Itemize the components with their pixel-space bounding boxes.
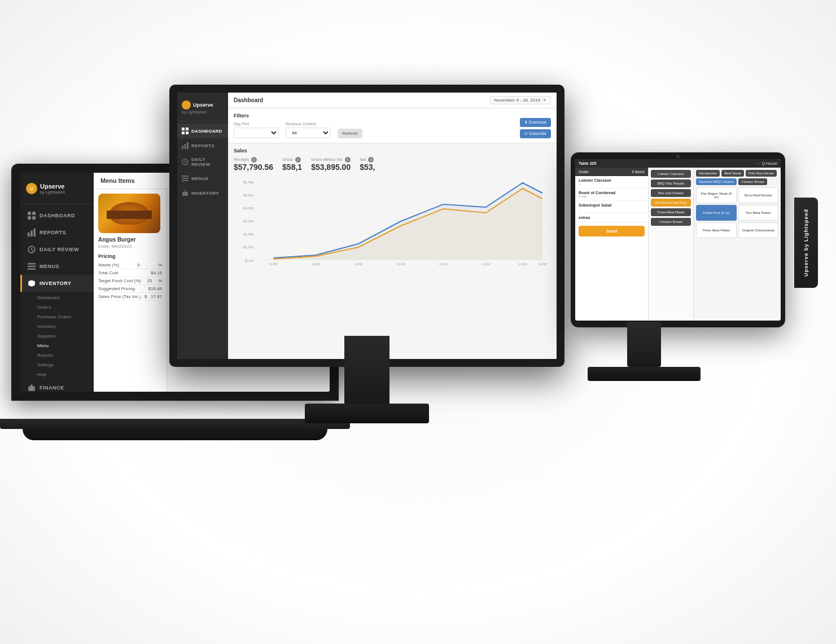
revenue-center-select[interactable]: All	[286, 128, 331, 138]
revenue-center-filter: Revenue Centers All	[286, 122, 331, 138]
laptop-nav-menus[interactable]: MENUS	[20, 258, 94, 275]
monitor-nav-daily-review[interactable]: DAILY REVIEW	[177, 153, 228, 171]
svg-rect-20	[182, 176, 189, 177]
menu-tabs: Sandwiches Beef Steak Pork Rice Dinner S…	[696, 170, 778, 185]
laptop-sub-help[interactable]: Help	[37, 370, 94, 379]
pricing-sales: Sales Price (Tax Inc.) $ 17.97	[98, 293, 162, 301]
laptop-sub-menu[interactable]: Menu	[37, 341, 94, 351]
tab-pork[interactable]: Pork Rice Dinner	[746, 170, 777, 177]
tablet-content: Table 205 ⋯ Q House Order 3 Items	[575, 159, 781, 321]
monitor-nav-dashboard[interactable]: DASHBOARD	[177, 124, 228, 138]
download-button[interactable]: ⬇ Download	[520, 118, 551, 127]
filter-row: Day Part Revenue Centers All Refresh	[234, 122, 362, 138]
order-item-1[interactable]: Lobster Classave ...	[575, 176, 648, 189]
pricing-suggested: Suggested Pricing $16.46	[98, 285, 162, 293]
category-mac[interactable]: Mac and Cheese	[651, 189, 691, 197]
tab-sandwiches[interactable]: Sandwiches	[696, 170, 720, 177]
monitor-logo: Upserve by Lightspeed	[177, 97, 228, 121]
laptop-nav-finance[interactable]: FINANCE	[20, 379, 94, 392]
category-red-beans[interactable]: Red Beans and Rice	[651, 199, 691, 207]
finance-icon	[28, 384, 36, 392]
monitor-main: Dashboard November 4 - 18, 2019 ▼ Filter…	[228, 93, 557, 359]
category-chicken[interactable]: Chicken Breast	[651, 218, 691, 226]
clock-icon	[182, 159, 189, 165]
chart-svg: $0.00 $1,000 $2,000 $3,000 $4,000 $5,000…	[234, 176, 551, 266]
gross-metric: Gross i $58,1	[282, 157, 302, 172]
tab-chicken[interactable]: Chicken Breast	[738, 178, 767, 185]
laptop-nav-reports[interactable]: REPORTS	[20, 224, 94, 241]
pricing-section: Pricing Waste (%) 0 % Total Cost $4.16	[98, 253, 162, 301]
sales-chart: $0.00 $1,000 $2,000 $3,000 $4,000 $5,000…	[234, 176, 551, 266]
monitor-bezel: Upserve by Lightspeed DASHBOARD REPORTS	[169, 85, 564, 367]
tab-beef[interactable]: Beef Steak	[721, 170, 743, 177]
svg-text:$5,000: $5,000	[243, 194, 254, 197]
svg-rect-15	[186, 132, 189, 134]
menu-tile-3[interactable]: Pulled Pork (8 oz)	[696, 205, 737, 221]
monitor-nav-inventory[interactable]: INVENTORY	[177, 186, 228, 200]
svg-text:$0.00: $0.00	[245, 259, 254, 262]
tablet-order-panel: Order 3 Items Lobster Classave ...	[575, 168, 649, 321]
laptop-sidebar: U Upserve by Lightspeed DASHBOARD REPORT…	[20, 173, 94, 392]
menu-tile-6[interactable]: Original Cheesesteak	[738, 222, 779, 238]
pricing-target: Target Food Cost (%) 25 %	[98, 277, 162, 285]
order-item-3[interactable]: Sebastopol Salad ...	[575, 201, 648, 213]
burger-image	[98, 194, 160, 233]
laptop-sub-suppliers[interactable]: Suppliers	[37, 331, 94, 341]
info-icon: i	[295, 157, 301, 163]
svg-text:$2,000: $2,000	[243, 233, 254, 236]
svg-rect-2	[28, 216, 31, 220]
item-name: Angus Burger	[98, 236, 162, 243]
menu-tile-5[interactable]: Three Meat Platter	[696, 222, 737, 238]
send-button[interactable]: Send	[579, 226, 645, 236]
tab-southern[interactable]: Southern BBQ Chicken	[696, 178, 737, 185]
laptop-sub-purchase-orders[interactable]: Purchase Orders	[37, 312, 94, 322]
bar-chart-icon	[182, 142, 189, 149]
laptop-sub-orders[interactable]: Orders	[37, 303, 94, 312]
pricing-title: Pricing	[98, 253, 162, 259]
laptop-sub-settings[interactable]: Settings	[37, 360, 94, 370]
monitor-stand-neck	[344, 336, 389, 404]
menu-categories: Lobster Classave BBQ Tofu Teriyaki Mac a…	[649, 168, 694, 321]
laptop-nav-dashboard[interactable]: DASHBOARD	[20, 207, 94, 224]
monitor-page-title: Dashboard	[234, 97, 263, 103]
laptop-sub-inventory[interactable]: Inventory	[37, 322, 94, 331]
svg-text:11/10: 11/10	[397, 262, 406, 266]
monitor-stand-base	[305, 404, 429, 423]
grid-icon	[182, 128, 189, 134]
laptop-sub-reports[interactable]: Reports	[37, 351, 94, 360]
receipts-metric: Receipts i $57,790.56	[234, 157, 273, 172]
svg-rect-4	[28, 233, 30, 236]
category-lobster[interactable]: Lobster Classave	[651, 170, 691, 178]
subscribe-button[interactable]: ⊙ Subscribe	[520, 129, 551, 138]
svg-rect-18	[187, 142, 189, 149]
gross-no-tax-metric: Gross without Tax i $53,895.00	[311, 157, 351, 172]
order-item-4[interactable]: extras	[575, 213, 648, 222]
tablet-topbar: Table 205 ⋯ Q House	[575, 159, 781, 168]
svg-text:11/18: 11/18	[538, 262, 547, 266]
info-icon: i	[345, 157, 351, 163]
laptop-nav-daily-review[interactable]: DAILY REVIEW	[20, 241, 94, 258]
upserve-logo-icon: U	[26, 183, 37, 194]
topbar-right: ⋯ Q House	[756, 161, 777, 165]
laptop-sub-dashboard[interactable]: Dashboard	[37, 293, 94, 303]
order-item-2[interactable]: Roast of Cornbread 2 min	[575, 189, 648, 201]
category-three-meat[interactable]: Three Meat Platter	[651, 208, 691, 216]
menu-tile-4[interactable]: Two Meat Platter	[738, 205, 779, 221]
monitor-date-range[interactable]: November 4 - 18, 2019 ▼	[490, 96, 551, 104]
monitor-nav-menus[interactable]: MENUS	[177, 171, 228, 186]
svg-text:11/06: 11/06	[312, 262, 321, 266]
tablet-camera	[677, 155, 680, 158]
svg-rect-8	[28, 263, 36, 264]
svg-rect-13	[186, 128, 189, 130]
day-part-select[interactable]	[234, 128, 279, 138]
monitor-topbar: Dashboard November 4 - 18, 2019 ▼	[228, 93, 557, 108]
upserve-logo-name: Upserve	[40, 183, 65, 190]
category-bbq[interactable]: BBQ Tofu Teriyaki	[651, 179, 691, 187]
action-buttons: ⬇ Download ⊙ Subscribe	[520, 118, 551, 138]
monitor-nav-reports[interactable]: REPORTS	[177, 138, 228, 153]
menu-tile-2[interactable]: Burnt Beef Brisket	[738, 187, 779, 203]
laptop-nav-inventory[interactable]: INVENTORY	[20, 275, 94, 292]
menu-tile-1[interactable]: Flat Wagon Steak (8 oz)	[696, 187, 737, 203]
svg-text:$1,000: $1,000	[243, 246, 254, 249]
refresh-button[interactable]: Refresh	[338, 129, 362, 138]
